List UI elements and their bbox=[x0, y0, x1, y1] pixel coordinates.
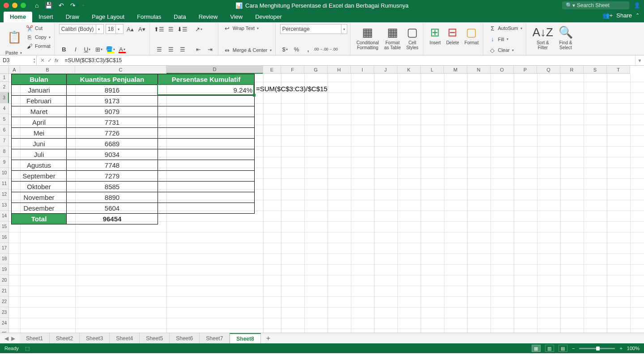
zoom-in-icon[interactable]: + bbox=[619, 346, 622, 351]
cell-persentase[interactable] bbox=[158, 106, 255, 117]
bold-button[interactable]: B bbox=[59, 44, 69, 54]
zoom-slider[interactable] bbox=[579, 348, 615, 349]
cell-kuantitas[interactable]: 7748 bbox=[67, 160, 158, 171]
column-header-G[interactable]: G bbox=[304, 66, 328, 74]
cell-persentase[interactable] bbox=[158, 149, 255, 160]
cell-persentase[interactable] bbox=[158, 192, 255, 203]
decrease-font-icon[interactable]: A▾ bbox=[137, 24, 147, 34]
search-sheet-box[interactable]: 🔍▾ Search Sheet bbox=[562, 1, 629, 9]
align-middle-icon[interactable]: ☰ bbox=[166, 24, 176, 34]
row-header-3[interactable]: 3 bbox=[0, 93, 9, 103]
column-header-J[interactable]: J bbox=[374, 66, 397, 74]
row-header-18[interactable]: 18 bbox=[0, 254, 9, 264]
ribbon-tab-home[interactable]: Home bbox=[4, 12, 32, 22]
decrease-indent-icon[interactable]: ⇤ bbox=[194, 44, 204, 54]
page-layout-view-icon[interactable]: ▥ bbox=[545, 345, 554, 352]
cell-bulan[interactable]: Maret bbox=[12, 106, 67, 117]
cell-kuantitas[interactable]: 6689 bbox=[67, 139, 158, 149]
row-header-21[interactable]: 21 bbox=[0, 286, 9, 296]
align-center-icon[interactable]: ☰ bbox=[166, 44, 176, 54]
format-as-table-button[interactable]: ▦Format as Table bbox=[383, 24, 403, 51]
select-all-corner[interactable] bbox=[0, 66, 9, 74]
row-header-24[interactable]: 24 bbox=[0, 318, 9, 329]
column-header-A[interactable]: A bbox=[9, 66, 20, 74]
cell-styles-button[interactable]: ▢Cell Styles bbox=[405, 24, 420, 51]
close-window-icon[interactable] bbox=[4, 3, 9, 8]
minimize-window-icon[interactable] bbox=[12, 3, 17, 8]
sort-filter-button[interactable]: A↓ZSort & Filter bbox=[531, 24, 555, 51]
cell-bulan[interactable]: Oktober bbox=[12, 182, 67, 192]
row-header-7[interactable]: 7 bbox=[0, 135, 9, 146]
macro-record-icon[interactable]: ⬚ bbox=[25, 346, 30, 351]
sheet-tab-sheet3[interactable]: Sheet3 bbox=[80, 333, 110, 343]
row-header-22[interactable]: 22 bbox=[0, 296, 9, 307]
row-header-9[interactable]: 9 bbox=[0, 157, 9, 168]
cut-button[interactable]: ✂️Cut bbox=[25, 24, 51, 32]
row-header-12[interactable]: 12 bbox=[0, 189, 9, 200]
format-cells-button[interactable]: ▢Format bbox=[463, 24, 481, 46]
ribbon-tab-insert[interactable]: Insert bbox=[32, 12, 60, 22]
ribbon-tab-data[interactable]: Data bbox=[167, 12, 192, 22]
fill-color-button[interactable]: 🪣▾ bbox=[106, 44, 115, 54]
align-bottom-icon[interactable]: ⬇☰ bbox=[178, 24, 188, 34]
sheet-tab-sheet5[interactable]: Sheet5 bbox=[140, 333, 170, 343]
align-left-icon[interactable]: ☰ bbox=[154, 44, 164, 54]
column-header-F[interactable]: F bbox=[281, 66, 304, 74]
zoom-out-icon[interactable]: − bbox=[572, 346, 575, 351]
sheet-tab-sheet2[interactable]: Sheet2 bbox=[50, 333, 80, 343]
cell-persentase[interactable] bbox=[158, 182, 255, 192]
spreadsheet-grid[interactable]: ABCDEFGHIJKLMNOPQRST 1234567891011121314… bbox=[0, 66, 644, 333]
insert-cells-button[interactable]: ⊞Insert bbox=[428, 24, 443, 46]
sheet-tab-sheet4[interactable]: Sheet4 bbox=[110, 333, 140, 343]
cell-kuantitas[interactable]: 8916 bbox=[67, 85, 158, 96]
cell-persentase[interactable] bbox=[158, 96, 255, 106]
home-icon[interactable]: ⌂ bbox=[35, 2, 38, 9]
cell-persentase[interactable] bbox=[158, 139, 255, 149]
column-header-C[interactable]: C bbox=[75, 66, 166, 74]
cell-kuantitas[interactable]: 9034 bbox=[67, 149, 158, 160]
collapse-ribbon-icon[interactable]: ⌃ bbox=[635, 13, 640, 18]
column-header-E[interactable]: E bbox=[263, 66, 281, 74]
share-button[interactable]: Share bbox=[616, 12, 632, 19]
ribbon-tab-developer[interactable]: Developer bbox=[249, 12, 288, 22]
merge-center-button[interactable]: ⇔Merge & Center▾ bbox=[223, 46, 273, 54]
row-header-13[interactable]: 13 bbox=[0, 200, 9, 211]
clear-button[interactable]: ◇Clear▾ bbox=[488, 46, 523, 54]
cell-kuantitas[interactable]: 8585 bbox=[67, 182, 158, 192]
column-header-L[interactable]: L bbox=[421, 66, 444, 74]
row-header-15[interactable]: 15 bbox=[0, 221, 9, 232]
increase-indent-icon[interactable]: ⇥ bbox=[205, 44, 215, 54]
cell-bulan[interactable]: September bbox=[12, 171, 67, 182]
add-sheet-button[interactable]: + bbox=[261, 334, 276, 342]
align-right-icon[interactable]: ☰ bbox=[178, 44, 188, 54]
cell-bulan[interactable]: Desember bbox=[12, 203, 67, 214]
autosum-button[interactable]: ΣAutoSum▾ bbox=[488, 24, 523, 32]
row-header-2[interactable]: 2 bbox=[0, 82, 9, 93]
column-header-Q[interactable]: Q bbox=[537, 66, 560, 74]
cell-kuantitas[interactable]: 7731 bbox=[67, 117, 158, 128]
wrap-text-button[interactable]: ↩Wrap Text▾ bbox=[223, 24, 273, 32]
column-header-K[interactable]: K bbox=[397, 66, 421, 74]
percent-icon[interactable]: % bbox=[292, 44, 302, 54]
row-header-19[interactable]: 19 bbox=[0, 264, 9, 275]
font-name-select[interactable]: Calibri (Body)▾ bbox=[59, 24, 104, 34]
expand-formula-bar-icon[interactable]: ▼ bbox=[635, 55, 644, 65]
currency-icon[interactable]: $▾ bbox=[280, 44, 290, 54]
row-header-17[interactable]: 17 bbox=[0, 243, 9, 254]
ribbon-tab-draw[interactable]: Draw bbox=[60, 12, 85, 22]
cell-bulan[interactable]: April bbox=[12, 117, 67, 128]
row-header-23[interactable]: 23 bbox=[0, 307, 9, 318]
find-select-button[interactable]: 🔍Find & Select bbox=[557, 24, 575, 51]
orientation-icon[interactable]: ↗▾ bbox=[194, 24, 204, 34]
format-painter-button[interactable]: 🖌Format bbox=[25, 42, 51, 50]
cancel-formula-icon[interactable]: ✕ bbox=[40, 57, 45, 63]
ribbon-tab-formulas[interactable]: Formulas bbox=[131, 12, 167, 22]
underline-button[interactable]: U▾ bbox=[82, 44, 92, 54]
conditional-formatting-button[interactable]: ▦Conditional Formatting bbox=[355, 24, 381, 51]
formula-input[interactable]: =SUM($C$3:C3)/$C$15 bbox=[62, 55, 635, 65]
sheet-tab-sheet8[interactable]: Sheet8 bbox=[230, 333, 260, 343]
undo-icon[interactable]: ↶ bbox=[59, 2, 64, 9]
redo-icon[interactable]: ↷ bbox=[70, 2, 76, 9]
column-header-N[interactable]: N bbox=[467, 66, 490, 74]
sheet-tab-sheet7[interactable]: Sheet7 bbox=[200, 333, 230, 343]
